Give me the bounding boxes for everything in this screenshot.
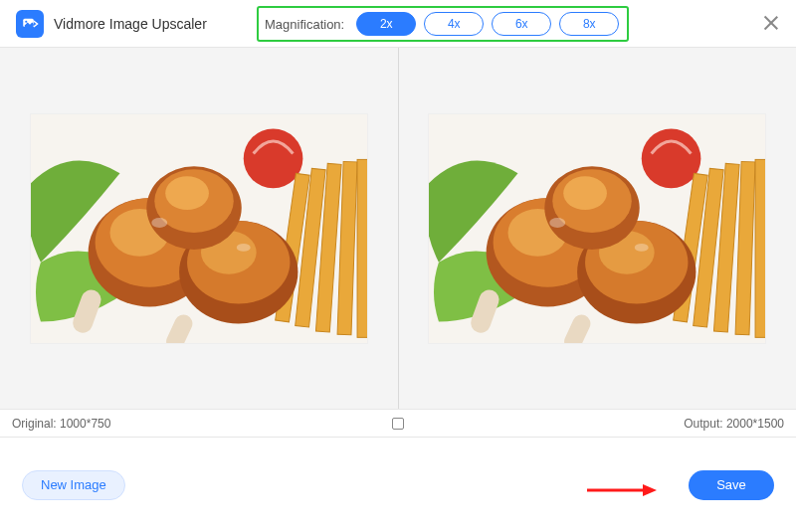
svg-point-21 [237, 243, 251, 251]
dimension-bar: Original: 1000*750 Output: 2000*1500 [0, 410, 796, 438]
app-logo-icon [16, 10, 44, 38]
header-bar: Vidmore Image Upscaler Magnification: 2x… [0, 0, 796, 48]
output-image-pane [399, 48, 797, 409]
svg-point-23 [642, 128, 701, 188]
annotation-arrow-icon [587, 483, 657, 497]
original-image-pane [0, 48, 399, 409]
svg-point-19 [165, 176, 209, 210]
new-image-button[interactable]: New Image [22, 470, 125, 500]
svg-point-20 [151, 218, 167, 228]
output-dimensions-label: Output: 2000*1500 [684, 417, 784, 431]
svg-marker-43 [643, 484, 657, 496]
svg-rect-28 [755, 159, 765, 337]
save-button[interactable]: Save [689, 470, 774, 500]
magnification-group: Magnification: 2x 4x 6x 8x [257, 6, 629, 42]
svg-point-40 [550, 218, 566, 228]
original-image [30, 113, 368, 344]
magnification-option-4x[interactable]: 4x [424, 12, 484, 36]
footer-bar: New Image Save [0, 438, 796, 532]
magnification-option-8x[interactable]: 8x [559, 12, 619, 36]
magnification-label: Magnification: [265, 17, 344, 32]
svg-point-3 [243, 128, 302, 188]
close-icon[interactable] [760, 12, 782, 34]
preview-area [0, 48, 796, 410]
app-title: Vidmore Image Upscaler [54, 16, 207, 32]
svg-rect-8 [357, 159, 367, 337]
svg-point-41 [635, 243, 649, 251]
svg-point-1 [25, 20, 27, 22]
magnification-option-2x[interactable]: 2x [356, 12, 416, 36]
svg-point-39 [563, 176, 607, 210]
magnification-option-6x[interactable]: 6x [492, 12, 551, 36]
compare-toggle-icon[interactable] [392, 418, 404, 430]
output-image [428, 113, 766, 344]
original-dimensions-label: Original: 1000*750 [12, 417, 110, 431]
